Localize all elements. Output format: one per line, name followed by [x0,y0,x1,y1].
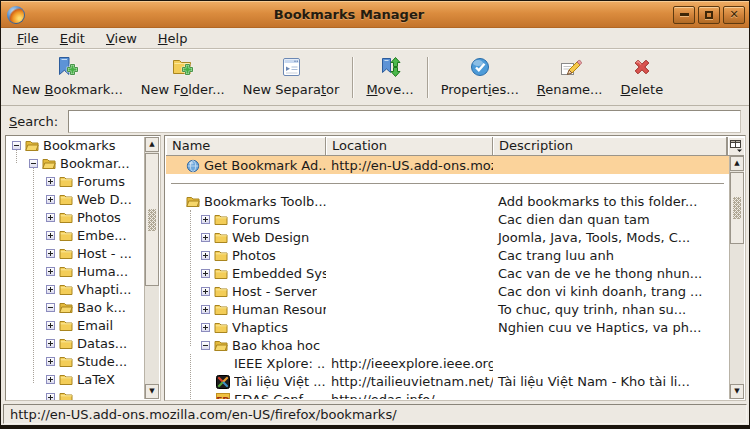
expander-plus-icon[interactable] [46,195,55,204]
toolbar-button-delete[interactable]: Delete [611,52,672,103]
expander-plus-icon[interactable] [46,285,55,294]
tree-item-forums[interactable]: Forums [6,172,145,190]
tree-item-web-d[interactable]: Web D... [6,190,145,208]
folder-row-bookmarks-toolb[interactable]: Bookmarks Toolb...Add bookmarks to this … [166,192,729,210]
expander-plus-icon[interactable] [46,321,55,330]
maximize-button[interactable] [698,6,720,24]
toolbar-button-new-bookmark[interactable]: New Bookmark... [3,52,132,103]
bookmark-row-get-bookmark-ad[interactable]: Get Bookmark Ad...http://en-US.add-ons.m… [166,156,729,174]
column-header-name[interactable]: Name [166,137,326,156]
expander-plus-icon[interactable] [201,215,210,224]
menubar: FileEditViewHelp [1,28,749,49]
column-header-description[interactable]: Description [493,137,727,156]
toolbar-button-rename[interactable]: Rename... [528,52,612,103]
column-picker-icon [729,139,743,153]
folder-row-bao-khoa-hoc[interactable]: Bao khoa hoc [166,336,729,354]
folder-row-vhaptics[interactable]: VhapticsNghien cuu ve Haptics, va ph... [166,318,729,336]
expander-plus-icon[interactable] [201,233,210,242]
folder-row-human-resour[interactable]: Human Resour...To chuc, quy trinh, nhan … [166,300,729,318]
expander-plus-icon[interactable] [46,339,55,348]
tree-item-bookmar[interactable]: Bookmar... [6,154,145,172]
scrollbar-thumb[interactable] [730,172,744,244]
expander-plus-icon[interactable] [46,267,55,276]
tree-item-host[interactable]: Host - ... [6,244,145,262]
titlebar[interactable]: Bookmarks Manager ✕ [1,1,749,28]
folder-row-forums[interactable]: ForumsCac dien dan quan tam [166,210,729,228]
scroll-up-arrow-icon[interactable]: ▲ [145,137,159,152]
folder-row-web-design[interactable]: Web DesignJoomla, Java, Tools, Mods, C..… [166,228,729,246]
bookmark-separator-row[interactable] [166,174,729,192]
toolbar: New Bookmark...New Folder...New Separato… [1,49,749,106]
tree-item-datas[interactable]: Datas... [6,334,145,352]
tree-item-vhapti[interactable]: Vhapti... [6,280,145,298]
folder-icon [214,285,228,298]
toolbar-button-label: New Separator [243,82,340,97]
bookmark-row-t-i-li-u-vi-t[interactable]: Tài liệu Việt ...http://tailieuvietnam.n… [166,372,729,390]
expander-minus-icon[interactable] [12,141,21,150]
menu-file[interactable]: File [11,30,45,47]
menu-help[interactable]: Help [152,30,194,47]
expander-plus-icon[interactable] [201,269,210,278]
row-location: http://edas.info/... [326,392,493,400]
expander-plus-icon[interactable] [46,357,55,366]
search-input[interactable] [68,110,741,133]
tree-item-photos[interactable]: Photos [6,208,145,226]
expander-plus-icon[interactable] [201,251,210,260]
tree-item-stude[interactable]: Stude... [6,352,145,370]
tree-vertical-scrollbar[interactable]: ▲ ▼ [144,137,159,399]
menu-view[interactable]: View [100,30,143,47]
tree-item-partial[interactable] [6,388,145,400]
close-button[interactable]: ✕ [723,6,745,24]
bookmark-row-ieee-xplore[interactable]: IEEE Xplore: ...http://ieeexplore.ieee.o… [166,354,729,372]
firefox-icon[interactable] [7,6,25,24]
menu-edit[interactable]: Edit [54,30,91,47]
scroll-down-arrow-icon[interactable]: ▼ [145,384,159,399]
tree-item-latex[interactable]: LaTeX [6,370,145,388]
table-header: NameLocationDescription [166,137,727,156]
main-area: BookmarksBookmar...ForumsWeb D...PhotosE… [1,135,749,402]
toolbar-button-new-folder[interactable]: New Folder... [132,52,234,103]
expander-plus-icon[interactable] [46,393,55,401]
tree-item-label: Bookmar... [60,156,130,171]
tree-item-email[interactable]: Email [6,316,145,334]
scrollbar-thumb[interactable] [145,153,159,286]
minimize-button[interactable] [673,6,695,24]
expander-plus-icon[interactable] [46,231,55,240]
column-header-location[interactable]: Location [326,137,493,156]
bookmarks-manager-window: Bookmarks Manager ✕ FileEditViewHelp New… [0,0,750,429]
expander-plus-icon[interactable] [201,287,210,296]
tree-item-embe[interactable]: Embe... [6,226,145,244]
expander-minus-icon[interactable] [29,159,38,168]
column-picker-button[interactable] [727,137,744,156]
folder-row-embedded-syst[interactable]: Embedded Syst...Cac van de ve he thong n… [166,264,729,282]
row-name: Bao khoa hoc [232,338,320,353]
rename-icon [558,55,582,79]
blank-icon [216,357,230,370]
expander-plus-icon[interactable] [201,305,210,314]
expander-plus-icon[interactable] [46,249,55,258]
folder-icon [59,229,73,242]
folder-icon [214,231,228,244]
tree-item-bao-k[interactable]: Bao k... [6,298,145,316]
row-name: Bookmarks Toolb... [204,194,326,209]
expander-plus-icon[interactable] [46,213,55,222]
table-rows: Get Bookmark Ad...http://en-US.add-ons.m… [166,156,729,399]
scroll-down-arrow-icon[interactable]: ▼ [730,384,744,399]
toolbar-button-new-separator[interactable]: New Separator [234,52,349,103]
toolbar-button-properties[interactable]: Properties... [432,52,528,103]
expander-plus-icon[interactable] [46,375,55,384]
tree-item-label: Bookmarks [43,138,116,153]
expander-minus-icon[interactable] [46,303,55,312]
folder-row-host-server[interactable]: Host - ServerCac don vi kinh doanh, tran… [166,282,729,300]
bookmark-row-edas-conf[interactable]: EDEDAS Conf...http://edas.info/... [166,390,729,399]
folder-row-photos[interactable]: PhotosCac trang luu anh [166,246,729,264]
folder-icon [59,337,73,350]
tree-item-bookmarks[interactable]: Bookmarks [6,136,145,154]
table-vertical-scrollbar[interactable]: ▲ ▼ [729,156,744,399]
toolbar-button-move[interactable]: Move... [357,52,422,103]
expander-minus-icon[interactable] [201,341,210,350]
tree-item-huma[interactable]: Huma... [6,262,145,280]
scroll-up-arrow-icon[interactable]: ▲ [730,156,744,171]
expander-plus-icon[interactable] [46,177,55,186]
expander-plus-icon[interactable] [201,323,210,332]
